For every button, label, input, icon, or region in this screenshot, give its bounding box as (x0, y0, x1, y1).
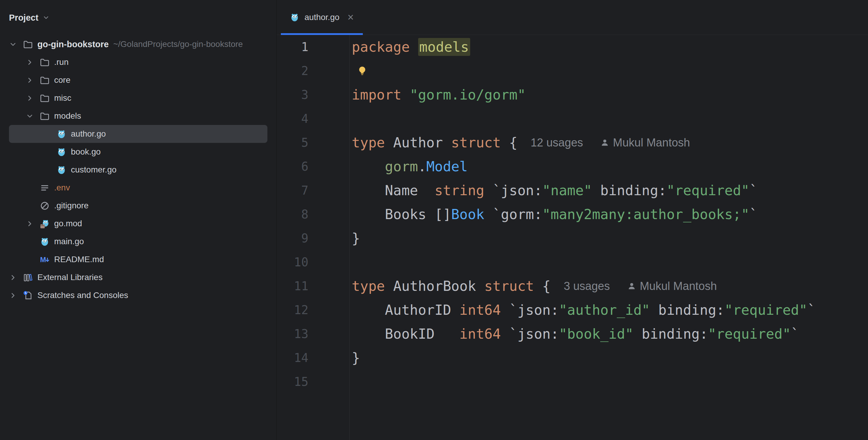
code-editor[interactable]: 1package models23import "gorm.io/gorm"45… (277, 35, 868, 440)
code-line-text: Books []Book `gorm:"many2many:author_boo… (349, 206, 757, 223)
code-line-text: import "gorm.io/gorm" (349, 87, 526, 103)
code-line-10[interactable]: 10 (277, 250, 868, 274)
code-token: ` (807, 302, 816, 318)
tab-author-go[interactable]: author.go × (281, 0, 363, 35)
code-line-6[interactable]: 6 gorm.Model (277, 155, 868, 178)
tree-item-label: .run (54, 57, 68, 67)
chevron-down-icon[interactable] (9, 40, 23, 48)
folder-icon (39, 111, 50, 121)
code-line-8[interactable]: 8 Books []Book `gorm:"many2many:author_b… (277, 202, 868, 226)
code-line-9[interactable]: 9} (277, 226, 868, 250)
line-number[interactable]: 13 (277, 327, 349, 341)
code-token: int64 (459, 302, 501, 318)
chevron-right-icon[interactable] (26, 76, 39, 84)
code-token: BookID (352, 326, 459, 342)
line-number[interactable]: 6 (277, 160, 349, 173)
tab-title: author.go (305, 12, 339, 22)
code-token: Book (451, 206, 484, 223)
line-number[interactable]: 15 (277, 375, 349, 388)
tree-item-book-go[interactable]: book.go (9, 143, 268, 161)
library-icon (23, 272, 33, 282)
line-number[interactable]: 7 (277, 183, 349, 197)
tree-item-gitignore[interactable]: .gitignore (9, 197, 268, 215)
code-line-13[interactable]: 13 BookID int64 `json:"book_id" binding:… (277, 322, 868, 346)
line-number[interactable]: 14 (277, 351, 349, 365)
tree-item-label: core (54, 75, 70, 85)
usages-inlay[interactable]: 3 usages (564, 280, 610, 293)
code-token: struct (451, 135, 501, 151)
line-number[interactable]: 12 (277, 303, 349, 317)
chevron-right-icon[interactable] (26, 94, 39, 102)
code-line-7[interactable]: 7 Name string `json:"name" binding:"requ… (277, 178, 868, 202)
line-number[interactable]: 11 (277, 279, 349, 293)
tree-item-author-go[interactable]: author.go (9, 125, 268, 143)
chevron-down-icon[interactable] (26, 112, 39, 120)
code-line-text: BookID int64 `json:"book_id" binding:"re… (349, 326, 799, 342)
line-number[interactable]: 10 (277, 255, 349, 269)
tree-item-external-libraries[interactable]: External Libraries (9, 268, 268, 286)
go-file-icon (56, 147, 66, 157)
code-line-12[interactable]: 12 AuthorID int64 `json:"author_id" bind… (277, 298, 868, 322)
code-token: ` (749, 182, 757, 199)
person-icon (627, 281, 636, 291)
folder-icon (39, 75, 50, 85)
chevron-right-icon[interactable] (9, 292, 23, 300)
intention-bulb-icon[interactable] (356, 65, 368, 76)
line-number[interactable]: 5 (277, 136, 349, 149)
code-token: "required" (724, 302, 807, 318)
code-token: `gorm: (484, 206, 542, 223)
tree-item-go-mod[interactable]: go.mod (9, 215, 268, 233)
project-tree: go-gin-bookstore~/GolandProjects/go-gin-… (0, 35, 276, 304)
chevron-right-icon[interactable] (26, 58, 39, 66)
tree-item-run[interactable]: .run (9, 53, 268, 71)
code-line-1[interactable]: 1package models (277, 35, 868, 59)
line-number[interactable]: 4 (277, 112, 349, 126)
editor-area: author.go × 1package models23import "gor… (277, 0, 868, 440)
line-number[interactable]: 2 (277, 64, 349, 78)
tree-item-misc[interactable]: misc (9, 89, 268, 107)
code-line-text: } (349, 230, 360, 246)
tree-item-go-gin-bookstore[interactable]: go-gin-bookstore~/GolandProjects/go-gin-… (9, 35, 268, 53)
code-line-4[interactable]: 4 (277, 107, 868, 131)
usages-inlay[interactable]: 12 usages (531, 136, 583, 149)
code-token: "required" (666, 182, 749, 199)
code-token: { (534, 278, 550, 294)
chevron-down-icon (42, 14, 50, 21)
line-number[interactable]: 8 (277, 207, 349, 221)
code-token: `json: (501, 326, 559, 342)
tree-item-env[interactable]: .env (9, 179, 268, 197)
code-token: "name" (542, 182, 592, 199)
code-token: type (352, 278, 385, 294)
tree-item-models[interactable]: models (9, 107, 268, 125)
code-line-5[interactable]: 5type Author struct {12 usagesMukul Mant… (277, 131, 868, 155)
editor-tab-bar: author.go × (277, 0, 868, 35)
tree-item-main-go[interactable]: main.go (9, 233, 268, 250)
line-number[interactable]: 1 (277, 40, 349, 54)
tree-item-label: main.go (54, 237, 84, 246)
code-line-15[interactable]: 15 (277, 370, 868, 394)
tab-close-icon[interactable]: × (347, 12, 354, 23)
code-author-inlay[interactable]: Mukul Mantosh (600, 136, 690, 149)
code-token: "many2many:author_books;" (542, 206, 749, 223)
code-line-2[interactable]: 2 (277, 59, 868, 83)
go-file-icon (56, 129, 66, 139)
code-line-3[interactable]: 3import "gorm.io/gorm" (277, 83, 868, 107)
code-line-11[interactable]: 11type AuthorBook struct {3 usagesMukul … (277, 274, 868, 298)
person-icon (600, 138, 609, 147)
project-panel: Project go-gin-bookstore~/GolandProjects… (0, 0, 277, 440)
tree-item-scratches-and-consoles[interactable]: Scratches and Consoles (9, 286, 268, 304)
code-token: Model (426, 159, 467, 175)
code-token (352, 159, 385, 175)
tree-item-label: External Libraries (37, 273, 102, 282)
tree-item-core[interactable]: core (9, 71, 268, 89)
tree-item-readme-md[interactable]: MREADME.md (9, 250, 268, 268)
chevron-right-icon[interactable] (26, 220, 39, 228)
line-number[interactable]: 9 (277, 231, 349, 245)
chevron-right-icon[interactable] (9, 273, 23, 281)
code-token: `json: (484, 182, 542, 199)
line-number[interactable]: 3 (277, 88, 349, 102)
code-author-inlay[interactable]: Mukul Mantosh (627, 280, 717, 293)
code-line-14[interactable]: 14} (277, 346, 868, 370)
tree-item-customer-go[interactable]: customer.go (9, 161, 268, 179)
project-tool-window-header[interactable]: Project (0, 0, 276, 35)
